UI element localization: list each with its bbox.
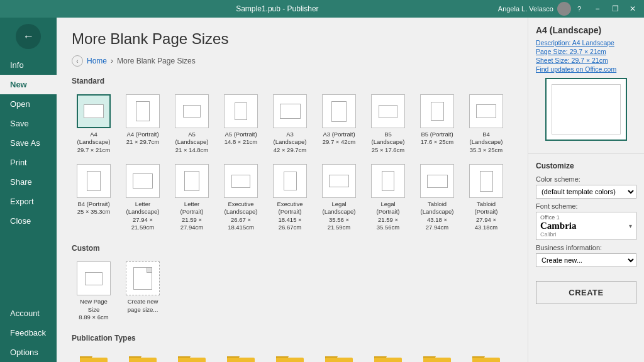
pub-type-3[interactable]: Business Cards bbox=[219, 349, 263, 362]
page-title: More Blank Page Sizes bbox=[72, 30, 513, 48]
standard-template-15[interactable]: Legal (Portrait) 21.59 × 35.56cm bbox=[366, 162, 410, 234]
custom-template-0[interactable]: New Page Size 8.89 × 6cm bbox=[72, 259, 116, 324]
sidebar-item-save-as[interactable]: Save As bbox=[0, 133, 57, 153]
standard-template-5[interactable]: A3 (Portrait) 29.7 × 42cm bbox=[317, 92, 361, 156]
sidebar-item-print[interactable]: Print bbox=[0, 153, 57, 172]
back-arrow: ← bbox=[23, 30, 34, 43]
sidebar-item-info[interactable]: Info bbox=[0, 55, 57, 75]
template-label: Tabloid (Landscape) 43.18 × 27.94cm bbox=[418, 200, 457, 231]
pub-type-4[interactable]: Designed Paper bbox=[268, 349, 312, 362]
template-thumb bbox=[183, 105, 201, 118]
template-thumb bbox=[480, 171, 493, 192]
standard-template-12[interactable]: Executive (Landscape) 26.67 × 18.415cm bbox=[219, 162, 263, 234]
sidebar-item-account[interactable]: Account bbox=[0, 304, 57, 323]
pub-type-1[interactable]: Binder Divider Tab bbox=[121, 349, 165, 362]
user-area: Angela L. Velasco ? bbox=[498, 2, 589, 16]
standard-template-2[interactable]: A5 (Landscape) 21 × 14.8cm bbox=[170, 92, 214, 156]
template-thumb bbox=[329, 175, 349, 187]
template-thumb-wrap bbox=[420, 94, 454, 128]
template-thumb bbox=[382, 171, 394, 191]
font-office-label: Office 1 bbox=[540, 214, 629, 221]
sidebar: ← InfoNewOpenSaveSave AsPrintShareExport… bbox=[0, 18, 57, 362]
standard-template-0[interactable]: A4 (Landscape) 29.7 × 21cm bbox=[72, 92, 116, 156]
breadcrumb: ‹ Home › More Blank Page Sizes bbox=[72, 55, 513, 67]
sidebar-item-close[interactable]: Close bbox=[0, 211, 57, 231]
standard-template-3[interactable]: A5 (Portrait) 14.8 × 21cm bbox=[219, 92, 263, 156]
template-thumb-wrap bbox=[224, 164, 258, 198]
minimize-button[interactable]: − bbox=[589, 0, 606, 18]
template-label: Letter (Landscape) 27.94 × 21.59cm bbox=[123, 200, 162, 231]
template-thumb-wrap bbox=[469, 164, 503, 198]
pub-type-8[interactable]: Mailing Labels bbox=[464, 349, 508, 362]
pub-type-0[interactable]: Advertiseme... bbox=[72, 349, 116, 362]
close-button[interactable]: ✕ bbox=[624, 0, 641, 18]
standard-template-11[interactable]: Letter (Portrait) 21.59 × 27.94cm bbox=[170, 162, 214, 234]
standard-template-6[interactable]: B5 (Landscape) 25 × 17.6cm bbox=[366, 92, 410, 156]
standard-template-9[interactable]: B4 (Portrait) 25 × 35.3cm bbox=[72, 162, 116, 234]
business-info-select[interactable]: Create new... bbox=[536, 253, 636, 267]
color-scheme-select[interactable]: (default template colors) bbox=[536, 185, 636, 199]
template-label: B5 (Landscape) 25 × 17.6cm bbox=[372, 131, 405, 154]
pub-type-7[interactable]: Greeting Cards bbox=[415, 349, 459, 362]
template-thumb bbox=[431, 102, 444, 121]
pub-type-2[interactable]: Booklets bbox=[170, 349, 214, 362]
template-thumb-wrap bbox=[469, 94, 503, 128]
folder-icon bbox=[374, 354, 402, 362]
svg-rect-1 bbox=[129, 358, 157, 362]
folder-icon bbox=[227, 354, 255, 362]
template-label: B5 (Portrait) 17.6 × 25cm bbox=[421, 131, 454, 146]
standard-template-16[interactable]: Tabloid (Landscape) 43.18 × 27.94cm bbox=[415, 162, 459, 234]
font-scheme-select[interactable]: Office 1 Cambria Calibri ▾ bbox=[536, 212, 636, 240]
template-thumb bbox=[331, 101, 346, 122]
publication-types-grid: Advertiseme...Binder Divider TabBooklets… bbox=[72, 349, 513, 362]
preview-sheet-size[interactable]: Sheet Size: 29.7 × 21cm bbox=[536, 57, 636, 64]
preview-description[interactable]: Description: A4 Landscape bbox=[536, 39, 636, 47]
custom-template-1[interactable]: Create new page size... bbox=[121, 259, 165, 324]
sidebar-item-export[interactable]: Export bbox=[0, 192, 57, 211]
preview-page-size[interactable]: Page Size: 29.7 × 21cm bbox=[536, 48, 636, 55]
template-thumb-wrap bbox=[126, 164, 160, 198]
breadcrumb-home[interactable]: Home bbox=[87, 57, 107, 65]
pub-type-6[interactable]: Envelopes bbox=[366, 349, 410, 362]
standard-template-13[interactable]: Executive (Portrait) 18.415 × 26.67cm bbox=[268, 162, 312, 234]
sidebar-items: InfoNewOpenSaveSave AsPrintShareExportCl… bbox=[0, 55, 57, 231]
customize-section: Customize Color scheme: (default templat… bbox=[528, 154, 644, 275]
standard-template-8[interactable]: B4 (Landscape) 35.3 × 25cm bbox=[464, 92, 508, 156]
standard-template-1[interactable]: A4 (Portrait) 21 × 29.7cm bbox=[121, 92, 165, 156]
sidebar-item-options[interactable]: Options bbox=[0, 343, 57, 362]
standard-template-17[interactable]: Tabloid (Portrait) 27.94 × 43.18cm bbox=[464, 162, 508, 234]
template-thumb-wrap bbox=[175, 94, 209, 128]
sidebar-item-save[interactable]: Save bbox=[0, 114, 57, 133]
sidebar-item-feedback[interactable]: Feedback bbox=[0, 323, 57, 343]
folder-icon bbox=[129, 354, 157, 362]
help-button[interactable]: ? bbox=[575, 5, 584, 13]
pub-type-5[interactable]: E-mail bbox=[317, 349, 361, 362]
breadcrumb-sep: › bbox=[111, 57, 113, 65]
back-button[interactable]: ← bbox=[16, 24, 41, 49]
preview-find-updates[interactable]: Find updates on Office.com bbox=[536, 65, 636, 73]
standard-template-10[interactable]: Letter (Landscape) 27.94 × 21.59cm bbox=[121, 162, 165, 234]
template-thumb-wrap bbox=[77, 94, 111, 128]
custom-templates-grid: New Page Size 8.89 × 6cmCreate new page … bbox=[72, 259, 513, 324]
restore-button[interactable]: ❐ bbox=[606, 0, 624, 18]
create-button[interactable]: CREATE bbox=[536, 281, 636, 304]
template-label: B4 (Portrait) 25 × 35.3cm bbox=[77, 200, 111, 216]
folder-icon bbox=[178, 354, 206, 362]
font-sub-name: Calibri bbox=[540, 231, 629, 238]
standard-template-7[interactable]: B5 (Portrait) 17.6 × 25cm bbox=[415, 92, 459, 156]
template-label: Legal (Portrait) 21.59 × 35.56cm bbox=[369, 200, 408, 231]
template-label: Tabloid (Portrait) 27.94 × 43.18cm bbox=[467, 200, 506, 231]
template-thumb bbox=[235, 102, 247, 121]
standard-templates-grid: A4 (Landscape) 29.7 × 21cmA4 (Portrait) … bbox=[72, 92, 513, 234]
sidebar-item-share[interactable]: Share bbox=[0, 172, 57, 192]
standard-template-4[interactable]: A3 (Landscape) 42 × 29.7cm bbox=[268, 92, 312, 156]
template-thumb-wrap bbox=[322, 94, 356, 128]
sidebar-item-open[interactable]: Open bbox=[0, 94, 57, 114]
template-thumb bbox=[184, 171, 199, 191]
folder-icon bbox=[80, 354, 108, 362]
custom-section-title: Custom bbox=[72, 244, 513, 253]
template-thumb bbox=[284, 172, 297, 190]
sidebar-item-new[interactable]: New bbox=[0, 75, 57, 94]
standard-template-14[interactable]: Legal (Landscape) 35.56 × 21.59cm bbox=[317, 162, 361, 234]
breadcrumb-back-button[interactable]: ‹ bbox=[72, 55, 83, 67]
